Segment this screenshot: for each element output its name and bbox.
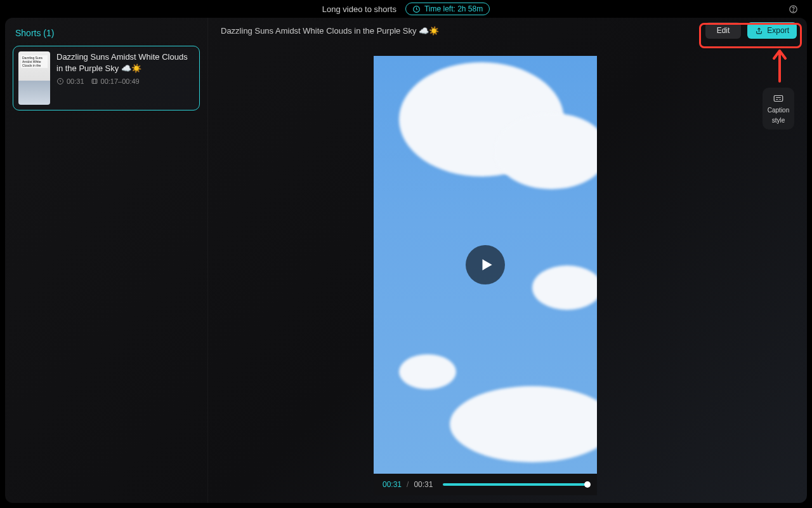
time-left-text: Time left: 2h 58m: [424, 4, 483, 13]
time-total: 00:31: [414, 480, 433, 489]
seek-track[interactable]: [443, 483, 588, 486]
header-actions: Edit Export: [705, 22, 797, 39]
export-label: Export: [767, 26, 789, 35]
time-current: 00:31: [383, 480, 402, 489]
clip-card[interactable]: Dazzling Suns Amidst White Clouds in the…: [13, 46, 200, 110]
export-button[interactable]: Export: [747, 22, 797, 39]
clip-thumbnail-caption: Dazzling Suns Amidst White Clouds in the: [21, 55, 48, 68]
edit-button[interactable]: Edit: [705, 22, 742, 39]
cloud-shape: [494, 113, 597, 189]
app-frame: Shorts (1) Dazzling Suns Amidst White Cl…: [5, 18, 807, 503]
caption-style-line1: Caption: [768, 107, 789, 114]
clock-icon: [56, 77, 64, 85]
help-button[interactable]: [789, 4, 798, 17]
player-controls: 00:31 / 00:31: [374, 474, 597, 495]
cloud-shape: [399, 354, 456, 389]
clip-duration: 00:31: [67, 77, 84, 85]
top-bar: Long video to shorts Time left: 2h 58m: [0, 0, 812, 18]
export-icon: [755, 27, 763, 35]
play-icon: [478, 257, 495, 273]
clip-info: Dazzling Suns Amidst White Clouds in the…: [56, 51, 194, 105]
seek-handle[interactable]: [584, 481, 591, 488]
main-area: Dazzling Suns Amidst White Clouds in the…: [208, 18, 807, 503]
annotation-arrow: [770, 50, 789, 87]
caption-style-button[interactable]: Caption style: [763, 88, 794, 130]
clip-thumbnail: Dazzling Suns Amidst White Clouds in the: [18, 51, 50, 105]
preview-title: Dazzling Suns Amidst White Clouds in the…: [221, 26, 439, 36]
clock-icon: [412, 5, 421, 13]
cloud-shape: [532, 265, 597, 310]
svg-rect-4: [92, 79, 97, 84]
play-button[interactable]: [466, 245, 505, 284]
caption-style-line2: style: [772, 117, 785, 124]
svg-rect-5: [774, 96, 783, 102]
clip-title: Dazzling Suns Amidst White Clouds in the…: [56, 51, 194, 74]
time-left-pill: Time left: 2h 58m: [405, 3, 490, 15]
time-separator: /: [407, 480, 409, 489]
film-icon: [91, 77, 98, 85]
video-canvas[interactable]: [374, 56, 597, 474]
cloud-shape: [450, 386, 597, 462]
clip-range: 00:17–00:49: [101, 77, 140, 85]
video-player: 00:31 / 00:31: [374, 56, 597, 495]
sidebar-heading: Shorts (1): [13, 25, 200, 46]
caption-icon: [773, 93, 784, 104]
help-icon: [789, 4, 798, 14]
clip-meta: 00:31 00:17–00:49: [56, 77, 194, 85]
player-wrap: 00:31 / 00:31: [208, 56, 763, 495]
svg-point-2: [793, 11, 794, 11]
sidebar: Shorts (1) Dazzling Suns Amidst White Cl…: [5, 18, 208, 503]
app-mode-title: Long video to shorts: [322, 4, 396, 14]
main-header: Dazzling Suns Amidst White Clouds in the…: [208, 18, 807, 43]
